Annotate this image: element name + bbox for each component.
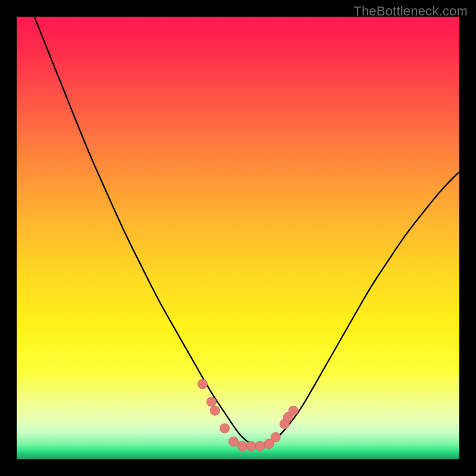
curve-marker-dot [246, 441, 256, 451]
curve-layer [17, 17, 459, 459]
plot-area [17, 17, 459, 459]
bottleneck-curve [35, 17, 459, 446]
curve-marker-dot [255, 441, 265, 451]
curve-marker-dot [237, 441, 247, 451]
curve-markers [198, 380, 299, 451]
watermark-text: TheBottleneck.com [353, 4, 468, 19]
curve-marker-dot [198, 380, 208, 389]
chart-frame: TheBottleneck.com [0, 0, 476, 476]
curve-marker-dot [289, 406, 298, 415]
curve-marker-dot [220, 424, 230, 433]
curve-marker-dot [229, 437, 239, 446]
curve-marker-dot [271, 433, 280, 442]
curve-marker-dot [206, 397, 216, 406]
curve-marker-dot [210, 406, 220, 415]
